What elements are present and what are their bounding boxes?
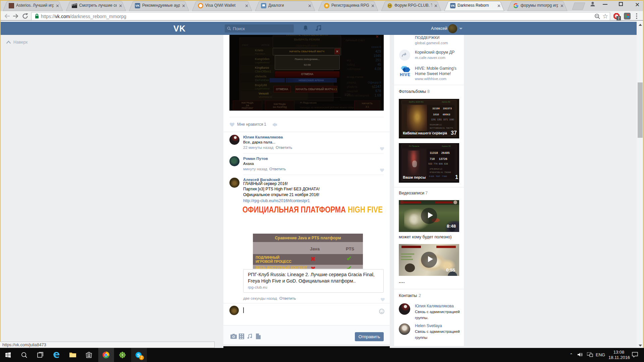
- svg-text:ОФИЦИАЛЬНАЯ ПЛАТФОРМА: ОФИЦИАЛЬНАЯ ПЛАТФОРМА: [243, 204, 346, 215]
- svg-text:HIGH FIVE: HIGH FIVE: [348, 204, 383, 215]
